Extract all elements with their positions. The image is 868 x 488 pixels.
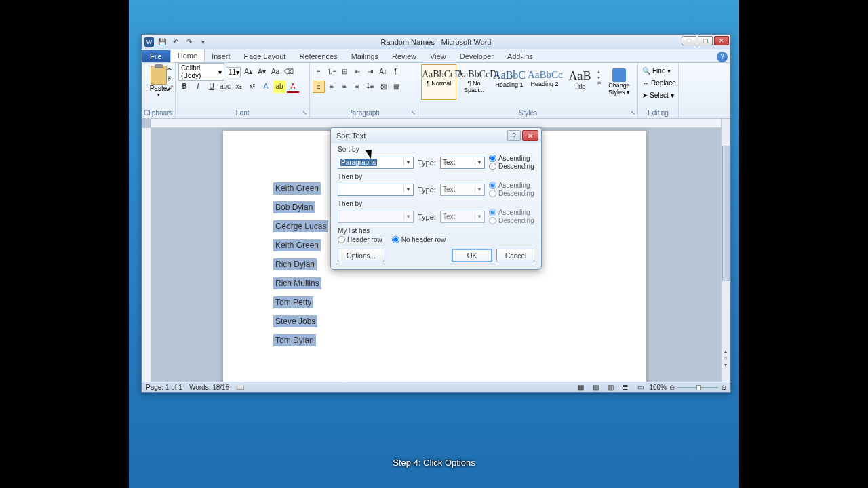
format-painter-icon[interactable]: 🖌 [165, 85, 174, 93]
align-center-icon[interactable]: ≡ [326, 81, 338, 93]
grow-font-icon[interactable]: A▴ [242, 66, 254, 78]
minimize-button[interactable]: — [682, 36, 696, 45]
web-layout-icon[interactable]: ▥ [604, 382, 616, 394]
paragraph-dialog-icon[interactable]: ⤡ [410, 110, 416, 117]
align-right-icon[interactable]: ≡ [338, 81, 351, 93]
find-button[interactable]: 🔍Find ▾ [641, 64, 675, 77]
desc1-radio[interactable]: Descending [489, 163, 534, 170]
cancel-button[interactable]: Cancel [496, 249, 534, 262]
font-size-combo[interactable]: 11▾ [226, 67, 241, 77]
references-tab[interactable]: References [292, 50, 344, 62]
file-tab[interactable]: File [142, 50, 170, 62]
dec-indent-icon[interactable]: ⇤ [351, 66, 363, 78]
select-button[interactable]: ➤Select ▾ [641, 89, 675, 101]
words-status[interactable]: Words: 18/18 [189, 384, 229, 391]
next-page-icon[interactable]: ▾ [722, 362, 730, 368]
multilevel-icon[interactable]: ⊟ [338, 66, 351, 78]
draft-icon[interactable]: ▭ [634, 382, 646, 394]
shrink-font-icon[interactable]: A▾ [256, 66, 268, 78]
bullets-icon[interactable]: ≡ [313, 66, 325, 78]
font-dialog-icon[interactable]: ⤡ [301, 110, 308, 117]
desc2-radio[interactable]: Descending [489, 190, 534, 197]
borders-icon[interactable]: ▦ [390, 81, 402, 93]
highlight-icon[interactable]: ab [273, 81, 285, 93]
underline-button[interactable]: U [205, 81, 218, 93]
justify-icon[interactable]: ≡ [351, 81, 363, 93]
thenby1-combo[interactable]: ▼ [338, 184, 414, 196]
subscript-button[interactable]: x₂ [233, 81, 245, 93]
sort-icon[interactable]: A↓ [377, 66, 389, 78]
scroll-thumb[interactable] [722, 146, 730, 281]
print-layout-icon[interactable]: ▦ [574, 382, 587, 394]
desc3-radio[interactable]: Descending [489, 217, 534, 224]
replace-button[interactable]: ↔Replace [641, 77, 675, 89]
clipboard-dialog-icon[interactable]: ⤡ [167, 110, 174, 117]
copy-icon[interactable]: ⎘ [165, 75, 174, 83]
close-button[interactable]: ✕ [714, 36, 729, 45]
style-normal[interactable]: AaBbCcDc¶ Normal [421, 64, 456, 100]
pagelayout-tab[interactable]: Page Layout [237, 50, 293, 62]
text-effects-icon[interactable]: A [260, 81, 272, 93]
styles-down-icon[interactable]: ▾ [597, 75, 606, 81]
maximize-button[interactable]: ▢ [698, 36, 713, 45]
no-header-row-radio[interactable]: No header row [392, 236, 446, 243]
browse-object-icon[interactable]: ○ [722, 355, 730, 361]
asc2-radio[interactable]: Ascending [489, 182, 534, 189]
styles-dialog-icon[interactable]: ⤡ [629, 110, 636, 117]
zoom-out-button[interactable]: ⊖ [669, 384, 675, 391]
font-color-icon[interactable]: A [287, 81, 299, 93]
bold-button[interactable]: B [178, 81, 191, 93]
dialog-close-button[interactable]: ✕ [522, 130, 538, 141]
italic-button[interactable]: I [192, 81, 204, 93]
line-spacing-icon[interactable]: ‡≡ [364, 81, 376, 93]
ok-button[interactable]: OK [452, 249, 492, 262]
style-heading2[interactable]: AaBbCcHeading 2 [527, 64, 562, 100]
superscript-button[interactable]: x² [246, 81, 258, 93]
sortby-combo[interactable]: Paragraphs▼ [338, 157, 414, 169]
shading-icon[interactable]: ▨ [377, 81, 389, 93]
selected-text[interactable]: Keith Green Bob Dylan George Lucas Keith… [273, 182, 328, 353]
header-row-radio[interactable]: Header row [338, 236, 382, 243]
styles-more-icon[interactable]: ⊟ [597, 81, 606, 87]
font-name-combo[interactable]: Calibri (Body)▾ [178, 63, 224, 81]
outline-icon[interactable]: ≣ [619, 382, 631, 394]
developer-tab[interactable]: Developer [453, 50, 500, 62]
align-left-icon[interactable]: ≡ [313, 81, 325, 93]
view-tab[interactable]: View [423, 50, 453, 62]
vertical-ruler[interactable] [142, 128, 151, 382]
style-nospacing[interactable]: AaBbCcDc¶ No Spaci... [456, 64, 492, 100]
home-tab[interactable]: Home [170, 49, 205, 62]
asc1-radio[interactable]: Ascending [489, 155, 534, 162]
type1-combo[interactable]: Text▼ [440, 157, 485, 169]
clear-format-icon[interactable]: ⌫ [283, 66, 295, 78]
addins-tab[interactable]: Add-Ins [500, 50, 540, 62]
spell-icon[interactable]: 📖 [236, 384, 244, 391]
inc-indent-icon[interactable]: ⇥ [364, 66, 376, 78]
vertical-scrollbar[interactable]: ▴○▾ [721, 119, 730, 382]
type2-combo[interactable]: Text▼ [440, 184, 485, 196]
strike-button[interactable]: abc [219, 81, 231, 93]
zoom-level[interactable]: 100% [649, 384, 667, 391]
styles-up-icon[interactable]: ▴ [597, 68, 606, 75]
zoom-slider[interactable] [677, 387, 718, 388]
style-title[interactable]: AaBTitle [562, 64, 597, 100]
mailings-tab[interactable]: Mailings [344, 50, 385, 62]
asc3-radio[interactable]: Ascending [489, 209, 534, 216]
full-screen-icon[interactable]: ▤ [589, 382, 601, 394]
page-status[interactable]: Page: 1 of 1 [146, 384, 182, 391]
type3-combo[interactable]: Text▼ [440, 211, 485, 223]
horizontal-ruler[interactable] [151, 119, 721, 128]
options-button[interactable]: Options... [338, 249, 384, 262]
cut-icon[interactable]: ✂ [165, 66, 174, 74]
style-heading1[interactable]: AaBbCHeading 1 [492, 64, 527, 100]
change-case-icon[interactable]: Aa [269, 66, 281, 78]
prev-page-icon[interactable]: ▴ [722, 348, 730, 354]
insert-tab[interactable]: Insert [205, 50, 237, 62]
numbering-icon[interactable]: ⒈≡ [326, 66, 338, 78]
show-hide-icon[interactable]: ¶ [390, 66, 402, 78]
dialog-help-button[interactable]: ? [507, 130, 521, 141]
review-tab[interactable]: Review [385, 50, 423, 62]
thenby2-combo[interactable]: ▼ [338, 211, 414, 223]
change-styles-button[interactable]: Change Styles ▾ [606, 64, 633, 104]
help-icon[interactable]: ? [717, 52, 728, 62]
